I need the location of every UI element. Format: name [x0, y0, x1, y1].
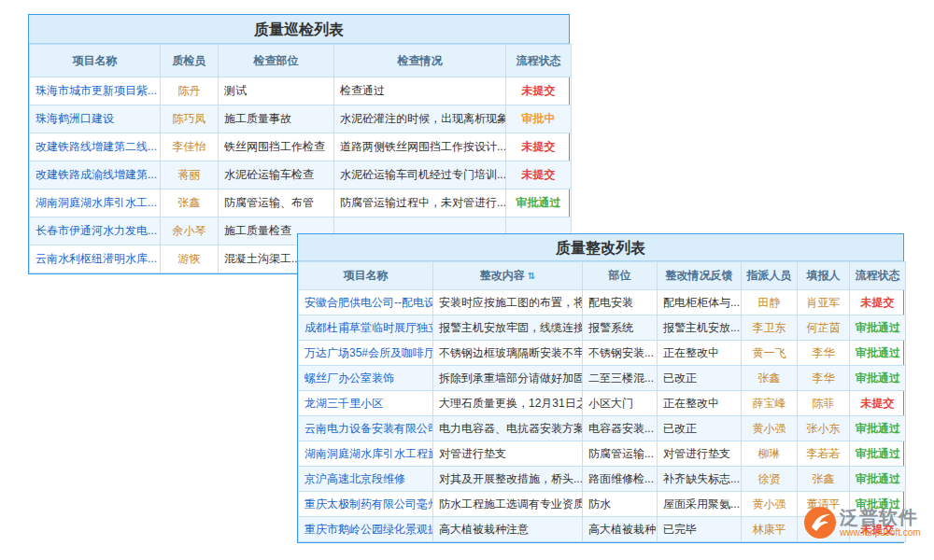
column-header-2: 部位: [583, 262, 658, 290]
feedback-cell: 正在整改中: [658, 391, 742, 416]
assignee-cell[interactable]: 李卫东: [742, 315, 798, 341]
table-row[interactable]: 改建铁路成渝线增建第...蒋丽水泥砼运输车检查水泥砼运输车司机经过专门培训...…: [30, 161, 572, 189]
assignee-cell[interactable]: 林康平: [742, 517, 798, 542]
assignee-cell[interactable]: 黄一飞: [742, 341, 798, 366]
status-cell: 审批通过: [850, 366, 906, 391]
project-name-cell[interactable]: 成都杜甫草堂临时展厅独立展...: [299, 315, 433, 341]
status-cell: 审批通过: [850, 441, 906, 467]
reporter-cell[interactable]: 肖亚军: [798, 290, 850, 315]
column-header-0: 项目名称: [299, 262, 433, 290]
column-header-4: 指派人员: [742, 262, 798, 290]
column-header-5: 填报人: [798, 262, 850, 290]
column-header-3: 整改情况反馈: [658, 262, 742, 290]
assignee-cell[interactable]: 黄小强: [742, 492, 798, 517]
part-cell: 防腐管运输...: [583, 441, 658, 467]
reporter-cell[interactable]: 李若若: [798, 441, 850, 467]
reporter-cell[interactable]: 李华: [798, 366, 850, 391]
table-row[interactable]: 龙湖三千里小区大理石质量更换，12月31日之...小区大门正在整改中薛宝峰陈菲未…: [299, 391, 906, 416]
project-name-cell[interactable]: 改建铁路成渝线增建第...: [30, 161, 161, 189]
table-row[interactable]: 万达广场35#会所及咖啡厅空...不锈钢边框玻璃隔断安装不牢...不锈钢安装..…: [299, 341, 906, 366]
reporter-cell[interactable]: 李华: [798, 341, 850, 366]
status-cell: 审批中: [506, 105, 572, 133]
table-row[interactable]: 云南电力设备安装有限公司20...电力电容器、电抗器安装方案,...电容器安装.…: [299, 416, 906, 441]
table-row[interactable]: 京沪高速北京段维修对其及开展整改措施，桥头...路面维修检...补齐缺失标志..…: [299, 467, 906, 492]
feedback-cell: 屋面采用聚氨...: [658, 492, 742, 517]
column-header-label: 流程状态: [517, 54, 561, 67]
reporter-cell[interactable]: 陈菲: [798, 391, 850, 416]
feedback-cell: 报警主机安放...: [658, 315, 742, 341]
part-cell: 电容器安装...: [583, 416, 658, 441]
reporter-cell[interactable]: 何芷茵: [798, 315, 850, 341]
sort-icon[interactable]: ⇅: [528, 271, 535, 281]
table-row[interactable]: 成都杜甫草堂临时展厅独立展...报警主机安放牢固，线缆连接...报警系统报警主机…: [299, 315, 906, 341]
inspector-cell[interactable]: 余小琴: [161, 217, 219, 245]
column-header-label: 填报人: [807, 269, 841, 282]
project-name-cell[interactable]: 云南水利枢纽潜明水库...: [30, 245, 161, 273]
table-row[interactable]: 螺丝厂办公室装饰拆除到承重墙部分请做好加固...二至三楼混...已改正张鑫李华审…: [299, 366, 906, 391]
fanpu-logo-brand: 泛普软件: [840, 507, 921, 527]
project-name-cell[interactable]: 云南电力设备安装有限公司20...: [299, 416, 433, 441]
page: { "logo": { "brand": "泛普软件", "url": "www…: [0, 0, 934, 560]
status-cell: 未提交: [506, 77, 572, 105]
project-name-cell[interactable]: 安徽合肥供电公司--配电设备...: [299, 290, 433, 315]
rectify-content-cell: 对管进行垫支: [433, 441, 583, 467]
inspector-cell[interactable]: 游恢: [161, 245, 219, 273]
project-name-cell[interactable]: 京沪高速北京段维修: [299, 467, 433, 492]
inspect-result-cell: 检查通过: [334, 77, 506, 105]
project-name-cell[interactable]: 螺丝厂办公室装饰: [299, 366, 433, 391]
column-header-4: 流程状态: [506, 45, 572, 77]
rectify-content-cell: 拆除到承重墙部分请做好加固...: [433, 366, 583, 391]
header-row: 项目名称质检员检查部位检查情况流程状态: [30, 45, 572, 77]
assignee-cell[interactable]: 柳琳: [742, 441, 798, 467]
column-header-label: 整改情况反馈: [666, 269, 733, 282]
rectify-content-cell: 高大植被栽种注意: [433, 517, 583, 542]
inspector-cell[interactable]: 陈巧凤: [161, 105, 219, 133]
status-cell: 未提交: [850, 290, 906, 315]
feedback-cell: 对管进行垫支: [658, 441, 742, 467]
project-name-cell[interactable]: 重庆太极制药有限公司毫州中...: [299, 492, 433, 517]
project-name-cell[interactable]: 改建铁路线增建第二线...: [30, 133, 161, 161]
inspector-cell[interactable]: 蒋丽: [161, 161, 219, 189]
project-name-cell[interactable]: 长春市伊通河水力发电...: [30, 217, 161, 245]
part-cell: 小区大门: [583, 391, 658, 416]
column-header-1[interactable]: 整改内容⇅: [433, 262, 583, 290]
project-name-cell[interactable]: 湖南洞庭湖水库引水工...: [30, 189, 161, 217]
inspector-cell[interactable]: 张鑫: [161, 189, 219, 217]
feedback-cell: 已改正: [658, 416, 742, 441]
table-row[interactable]: 安徽合肥供电公司--配电设备...安装时应按施工图的布置，将...配电安装配电柜…: [299, 290, 906, 315]
project-name-cell[interactable]: 龙湖三千里小区: [299, 391, 433, 416]
assignee-cell[interactable]: 黄小强: [742, 416, 798, 441]
reporter-cell[interactable]: 张鑫: [798, 467, 850, 492]
table-row[interactable]: 珠海市城市更新项目紫...陈丹测试检查通过未提交: [30, 77, 572, 105]
reporter-cell[interactable]: 张小东: [798, 416, 850, 441]
table-row[interactable]: 湖南洞庭湖水库引水工程施工...对管进行垫支防腐管运输...对管进行垫支柳琳李若…: [299, 441, 906, 467]
inspect-part-cell: 水泥砼运输车检查: [219, 161, 334, 189]
status-cell: 审批通过: [506, 189, 572, 217]
project-name-cell[interactable]: 珠海鹤洲口建设: [30, 105, 161, 133]
project-name-cell[interactable]: 珠海市城市更新项目紫...: [30, 77, 161, 105]
part-cell: 报警系统: [583, 315, 658, 341]
project-name-cell[interactable]: 重庆市鹅岭公园绿化景观提升...: [299, 517, 433, 542]
project-name-cell[interactable]: 湖南洞庭湖水库引水工程施工...: [299, 441, 433, 467]
table-row[interactable]: 湖南洞庭湖水库引水工...张鑫防腐管运输、布管防腐管运输过程中，未对管进行...…: [30, 189, 572, 217]
column-header-label: 指派人员: [747, 269, 792, 282]
status-cell: 审批通过: [850, 416, 906, 441]
status-cell: 审批通过: [850, 341, 906, 366]
table-row[interactable]: 珠海鹤洲口建设陈巧凤施工质量事故水泥砼灌注的时候，出现离析现象审批中: [30, 105, 572, 133]
fanpu-logo[interactable]: 泛普软件 www.fanpusoft.com: [803, 506, 921, 539]
table-row[interactable]: 改建铁路线增建第二线...李佳怡铁丝网围挡工作检查道路两侧铁丝网围挡工作按设计.…: [30, 133, 572, 161]
project-name-cell[interactable]: 万达广场35#会所及咖啡厅空...: [299, 341, 433, 366]
inspector-cell[interactable]: 陈丹: [161, 77, 219, 105]
part-cell: 路面维修检...: [583, 467, 658, 492]
assignee-cell[interactable]: 徐贤: [742, 467, 798, 492]
column-header-1: 质检员: [161, 45, 219, 77]
assignee-cell[interactable]: 张鑫: [742, 366, 798, 391]
inspector-cell[interactable]: 李佳怡: [161, 133, 219, 161]
assignee-cell[interactable]: 田静: [742, 290, 798, 315]
rectify-content-cell: 报警主机安放牢固，线缆连接...: [433, 315, 583, 341]
column-header-label: 部位: [609, 269, 631, 282]
status-cell: 未提交: [850, 391, 906, 416]
feedback-cell: 已完毕: [658, 517, 742, 542]
assignee-cell[interactable]: 薛宝峰: [742, 391, 798, 416]
column-header-label: 检查情况: [398, 54, 443, 67]
